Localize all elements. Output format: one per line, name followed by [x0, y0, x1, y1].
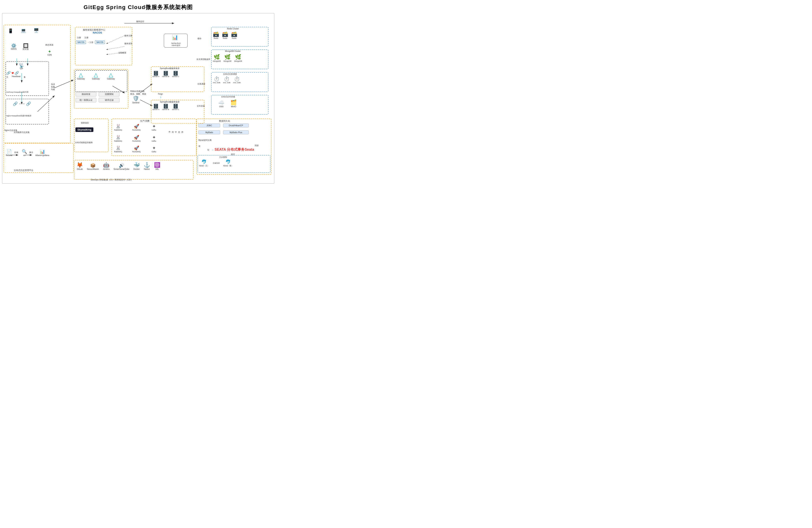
- filter-box: 请求过滤: [99, 98, 119, 102]
- ddos-icon: ⚙️ DDOS: [11, 44, 17, 50]
- mysql-slave-icon: 🐬 Mysql（备）: [223, 160, 233, 167]
- rabbitmq-2: 🐰 RabbitMQ: [114, 135, 122, 142]
- log-platform-box: [3, 143, 74, 173]
- docker-icon: 🐳 Docker: [133, 162, 140, 170]
- mongodb-icon-3: 🌿 MongoDB: [234, 54, 242, 62]
- dist-file-label: 分布式文件存储: [221, 95, 235, 98]
- ribbon-label: Ribbon负载均衡 限流、熔断、降级: [130, 90, 146, 95]
- backup-label: 备: [24, 76, 26, 78]
- druid-box: Druid/HikariCP: [223, 123, 249, 127]
- server-b-1: 🗄️ Server-B: [162, 71, 169, 77]
- nginx-cluster-label: Nginx+Keepalived负载均衡集群: [6, 115, 31, 117]
- haproxy-box: [5, 61, 49, 96]
- mongodb-icon-2: 🌿 MongoDB: [223, 54, 231, 62]
- filebeat-icon: 📄 filebeat: [6, 149, 12, 156]
- rabbitmq-3: 🐰 RabbitMQ: [114, 146, 122, 153]
- jenkins-icon: 🤖 Jenkins: [103, 162, 110, 170]
- cdn-icon: ✦ CDN: [47, 49, 52, 56]
- xxl-job-2: ⏱️ XXL-JOB: [223, 76, 231, 84]
- rocketmq-1: 🚀 RocketMQ: [132, 124, 141, 131]
- gateway-icon-1: △ Gateway: [77, 72, 85, 80]
- nacos-register-label: 注册: [77, 36, 81, 39]
- spring-boot-admin-icon: 📊: [172, 35, 178, 40]
- mysql-master-icon: 🐬 Mysql（主）: [199, 160, 209, 167]
- seata-label: → SEATA 分布式事务Seata: [211, 147, 254, 152]
- spring-boot-admin-label: Spring Boot Admin监控: [165, 42, 187, 47]
- gateway-icon-2: △ Gateway: [92, 72, 100, 80]
- nacos-register-label2: 注册: [85, 36, 88, 39]
- service-discover-label: 服务发现: [125, 42, 132, 45]
- redis-icon-1: 🗃️ Redis: [213, 31, 219, 39]
- read-label: 读: [199, 145, 200, 148]
- springboot-cluster1-label: SpringBoot微服务集群: [160, 67, 179, 70]
- file-storage-label: 文件存储: [197, 105, 205, 107]
- vip-icon: 📡 VIP: [19, 63, 24, 70]
- nginx-icon-1: 🔗: [13, 102, 18, 106]
- nacos-icon-2: NACOS: [95, 41, 105, 44]
- redis-cluster-label: Redis Cluster: [227, 28, 239, 30]
- skywalking-badge: Skywalking: [75, 127, 93, 132]
- feign-arrow: ↓: [160, 95, 162, 99]
- master-label: 主: [6, 76, 8, 78]
- svg-text:服务监控: 服务监控: [136, 20, 144, 22]
- service-register-label: 服务注册: [125, 34, 132, 37]
- slb-label: SLB 负载 均衡: [51, 83, 55, 91]
- app-log-label: 应用服务日志采集: [14, 131, 30, 134]
- nacos-title: 服务发现注册/配置中心: [83, 28, 105, 31]
- nosql-label: 非关系型数据库: [197, 58, 210, 61]
- nexus-icon: 📦 Nexux/Maven: [87, 163, 99, 170]
- xxl-job-1: ⏱️ XXL-JOB: [213, 76, 220, 84]
- storage-arrow-label: 存储: [14, 151, 18, 154]
- kafka-2: ✦ Kafka: [151, 135, 156, 142]
- kafka-1: ✦ Kafka: [151, 124, 156, 131]
- rollback-label: 回滚: [255, 144, 259, 147]
- nacos-logo: NACOS: [93, 31, 102, 34]
- jdbc-box: JDBC: [199, 123, 220, 127]
- es-icon: 🔍 es: [22, 149, 27, 156]
- distributed-log-label: 分布式日志管理平台: [14, 169, 33, 172]
- dist-job-label: 分布式任务调度: [223, 73, 237, 76]
- server-a-1: 🗄️ Server-A: [153, 71, 160, 77]
- nacos-outer-box: [75, 27, 132, 65]
- primary-hot-label: 主备热切: [213, 162, 220, 165]
- mongodb-icon-1: 🌿 MongoDB: [213, 54, 221, 62]
- pull-config-label: 拉取配置: [118, 51, 126, 54]
- display-arrow-label: 展示: [29, 151, 33, 154]
- nacos-icon-1: NACOS: [76, 41, 86, 44]
- server-a-2: 🗄️ Server-A: [153, 104, 160, 110]
- redis-icon-2: 🗃️ Redis: [222, 31, 228, 39]
- distributed-trace-label: 分布式链路监控服务: [75, 141, 93, 144]
- gateway-icon-3: △ Gateway: [107, 72, 115, 80]
- mybatis-plus-box: MyBatis-Plus: [223, 130, 249, 134]
- produce-consume-label: 生产/消费: [140, 120, 149, 122]
- svg-line-13: [140, 100, 152, 106]
- heartbeat-row: 🔗 ❤️ 🔗: [6, 71, 19, 75]
- kafka-3: ✦ Kafka: [151, 146, 156, 153]
- rabbitmq-1: 🐰 RabbitMQ: [114, 124, 122, 131]
- sonar-icon: 🔊 Sonar/SonarQube: [114, 163, 130, 170]
- haproxy-label: HAProxy+Keepalived高可用: [6, 91, 28, 93]
- minio-icon: 🗂️ MinIO: [230, 100, 237, 108]
- cache-label: 缓存: [198, 37, 201, 40]
- harbor-icon: ⚓ Harbor: [144, 162, 150, 170]
- static-resource-label: 静态资源: [45, 44, 53, 46]
- rocketmq-2: 🚀 RocketMQ: [132, 135, 141, 142]
- k8s-icon: ☸️ k8s: [154, 162, 160, 170]
- server-b-2: 🗄️ Server-B: [162, 104, 169, 110]
- xxl-job-3: ⏱️ XXL-JOB: [233, 76, 241, 84]
- route-forward-box: 路由转发: [76, 92, 96, 96]
- rocketmq-3: 🚀 RocketMQ: [132, 146, 141, 153]
- master-slave-label: 主从复制: [219, 156, 227, 159]
- redis-icon-3: 🗃️ Redis: [231, 31, 237, 39]
- kibana-icon: 📊 kibana+grafana: [35, 149, 49, 156]
- page-title: GitEgg Spring Cloud微服务系统架构图: [0, 0, 276, 13]
- heartbeat-label: Heartbeat: [12, 75, 20, 77]
- server-c-1: 🗄️ Server-C: [172, 71, 179, 77]
- sentinel-icon: 🛡️ Sentinel: [132, 95, 140, 104]
- mongodb-cluster-label: MongoDB Cluster: [225, 50, 241, 52]
- firewall-icon: 🔲 防火墙: [23, 44, 29, 51]
- mycat-label: Mycat读写分离: [199, 139, 212, 141]
- nginx-icon-2: 🔗: [26, 102, 31, 106]
- trace-label: 链路追踪: [81, 121, 89, 124]
- skywalking-box: [74, 119, 108, 152]
